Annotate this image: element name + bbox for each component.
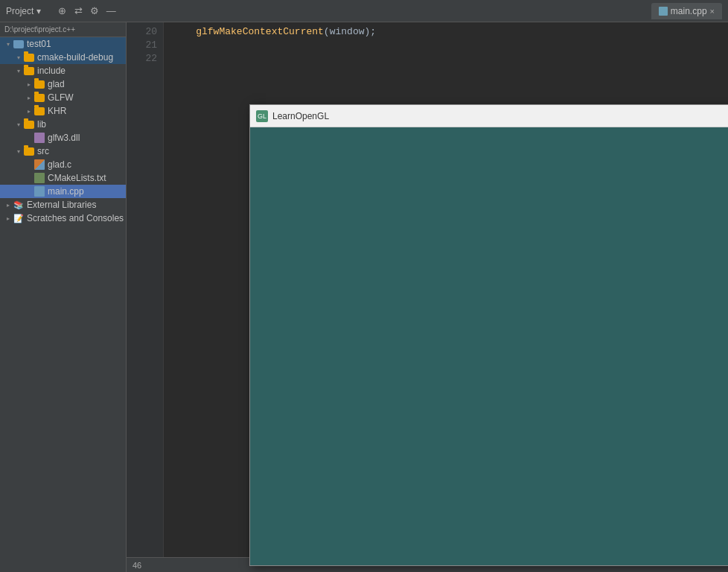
overlay-window: GL LearnOpenGL — □ × — [249, 104, 728, 566]
func-name: glfwMakeContextCurrent — [196, 26, 324, 37]
line-number-22: 22 — [127, 52, 157, 66]
sidebar-label-scratches: Scratches and Consoles — [27, 213, 124, 223]
title-bar: Project ▾ ⊕ ⇄ ⚙ — main.cpp × — [0, 0, 728, 22]
sidebar-label-test01: test01 — [27, 39, 51, 49]
sidebar-label-lib: lib — [37, 119, 46, 130]
sidebar-label-cmakelists: CMakeLists.txt — [48, 173, 106, 183]
code-line-21 — [173, 39, 719, 52]
arrow-test01: ▾ — [3, 39, 13, 49]
sidebar-label-cmake: cmake-build-debug — [37, 52, 113, 63]
scratches-icon: 📝 — [13, 214, 24, 223]
folder-icon-src — [24, 147, 34, 156]
arrow-cmake: ▾ — [13, 52, 24, 63]
minimize-icon[interactable]: — — [105, 5, 117, 17]
folder-icon-include — [24, 67, 34, 75]
project-sidebar: D:\project\project.c++ ▾ test01 ▾ cmake-… — [0, 22, 127, 572]
sidebar-item-glfw[interactable]: ▸ GLFW — [0, 91, 126, 104]
settings-icon[interactable]: ⚙ — [89, 5, 100, 17]
sidebar-item-gladc[interactable]: glad.c — [0, 158, 126, 171]
editor-area: 20 21 22 glfwMakeContextCurrent(window);… — [127, 22, 728, 572]
tab-label: main.cpp — [671, 6, 707, 16]
add-icon[interactable]: ⊕ — [56, 5, 68, 17]
sidebar-item-glad[interactable]: ▸ glad — [0, 77, 126, 91]
folder-icon-glfw — [34, 94, 45, 102]
sidebar-label-src: src — [37, 146, 49, 156]
sidebar-item-external-libraries[interactable]: ▸ 📚 External Libraries — [0, 198, 126, 212]
sidebar-label-gladc: glad.c — [48, 159, 71, 170]
sidebar-label-include: include — [37, 66, 66, 76]
overlay-titlebar: GL LearnOpenGL — □ × — [250, 105, 728, 127]
sidebar-item-cmakelists[interactable]: CMakeLists.txt — [0, 171, 126, 185]
sidebar-label-external: External Libraries — [27, 200, 96, 210]
sidebar-header: D:\project\project.c++ — [0, 22, 126, 37]
arrow-src: ▾ — [13, 146, 24, 156]
main-layout: D:\project\project.c++ ▾ test01 ▾ cmake-… — [0, 22, 728, 572]
folder-icon-cmake — [24, 54, 34, 62]
overlay-app-icon: GL — [256, 110, 268, 122]
tab-close-button[interactable]: × — [710, 7, 715, 16]
sidebar-item-maincpp[interactable]: main.cpp — [0, 185, 126, 198]
module-icon — [13, 40, 24, 48]
cmake-file-icon — [34, 173, 45, 183]
sidebar-item-khr[interactable]: ▸ KHR — [0, 104, 126, 118]
sidebar-item-test01[interactable]: ▾ test01 — [0, 37, 126, 51]
sidebar-label-maincpp: main.cpp — [48, 186, 84, 197]
folder-icon-lib — [24, 121, 34, 129]
sidebar-path: D:\project\project.c++ — [4, 25, 75, 34]
project-label: Project — [6, 6, 33, 16]
arrow-scratches: ▸ — [3, 213, 13, 223]
external-icon: 📚 — [13, 200, 24, 210]
arrow-glad: ▸ — [24, 79, 34, 89]
cpp-file-icon-main — [34, 186, 45, 197]
sync-icon[interactable]: ⇄ — [72, 5, 84, 17]
arrow-external: ▸ — [3, 200, 13, 210]
arrow-glfw: ▸ — [24, 92, 34, 103]
sidebar-item-src[interactable]: ▾ src — [0, 144, 126, 158]
project-dropdown-arrow: ▾ — [36, 6, 41, 16]
sidebar-item-cmake-build-debug[interactable]: ▾ cmake-build-debug — [0, 51, 126, 64]
status-line-number: 46 — [132, 561, 141, 570]
sidebar-label-khr: KHR — [48, 106, 66, 116]
dll-file-icon — [34, 133, 45, 143]
overlay-icon-text: GL — [258, 112, 266, 120]
sidebar-item-include[interactable]: ▾ include — [0, 64, 126, 77]
sidebar-label-glfw3dll: glfw3.dll — [48, 133, 80, 143]
arrow-include: ▾ — [13, 66, 24, 76]
folder-icon-khr — [34, 107, 45, 115]
line-number-20: 20 — [127, 25, 157, 39]
arrow-khr: ▸ — [24, 106, 34, 116]
arrow-lib: ▾ — [13, 119, 24, 130]
c-file-icon — [34, 159, 45, 170]
overlay-title: LearnOpenGL — [272, 111, 728, 121]
toolbar-icons: ⊕ ⇄ ⚙ — — [56, 5, 117, 17]
sidebar-label-glad: glad — [48, 79, 65, 89]
line-numbers: 20 21 22 — [127, 22, 164, 572]
sidebar-item-glfw3dll[interactable]: glfw3.dll — [0, 131, 126, 144]
folder-icon-glad — [34, 80, 45, 89]
line-number-21: 21 — [127, 39, 157, 52]
tab-bar: main.cpp × — [651, 3, 722, 19]
project-menu[interactable]: Project ▾ — [6, 6, 41, 16]
code-line-22 — [173, 52, 719, 66]
cpp-file-icon — [659, 7, 668, 16]
code-line-20: glfwMakeContextCurrent(window); — [173, 25, 719, 39]
sidebar-label-glfw: GLFW — [48, 92, 74, 103]
sidebar-item-scratches[interactable]: ▸ 📝 Scratches and Consoles — [0, 212, 126, 225]
overlay-body — [250, 127, 728, 565]
tab-main-cpp[interactable]: main.cpp × — [651, 3, 722, 19]
sidebar-item-lib[interactable]: ▾ lib — [0, 118, 126, 131]
